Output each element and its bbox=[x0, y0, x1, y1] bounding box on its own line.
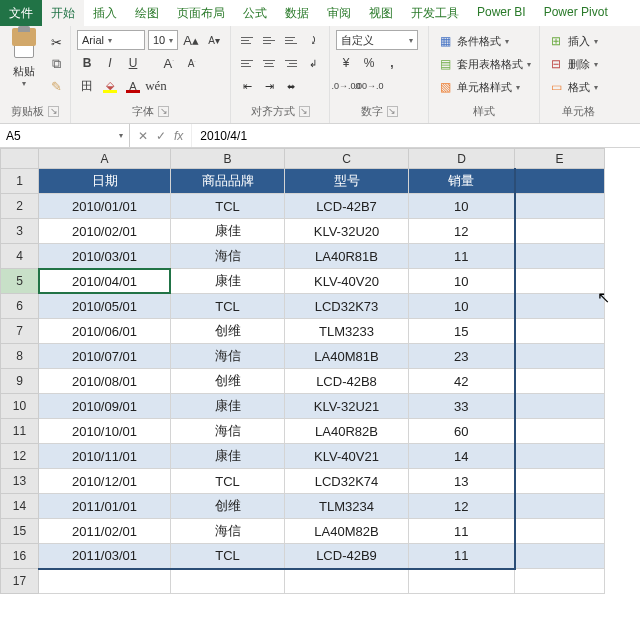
border-button[interactable]: 田 bbox=[77, 76, 97, 96]
row-header[interactable]: 9 bbox=[1, 369, 39, 394]
align-left-button[interactable] bbox=[237, 53, 257, 73]
cell[interactable]: 2010/07/01 bbox=[39, 344, 171, 369]
name-box-input[interactable] bbox=[6, 129, 119, 143]
cell[interactable]: 11 bbox=[409, 244, 515, 269]
bold-button[interactable]: B bbox=[77, 53, 97, 73]
cell[interactable]: 康佳 bbox=[171, 219, 285, 244]
cell[interactable]: 康佳 bbox=[171, 444, 285, 469]
cell[interactable]: 创维 bbox=[171, 369, 285, 394]
cell[interactable] bbox=[515, 544, 605, 569]
align-middle-button[interactable] bbox=[259, 30, 279, 50]
row-header[interactable]: 12 bbox=[1, 444, 39, 469]
comma-format-button[interactable]: , bbox=[382, 53, 402, 73]
format-painter-button[interactable]: ✎ bbox=[46, 76, 66, 96]
clipboard-dialog-launcher[interactable]: ↘ bbox=[48, 106, 59, 117]
cell[interactable]: LCD-42B7 bbox=[285, 194, 409, 219]
row-header[interactable]: 4 bbox=[1, 244, 39, 269]
tab-draw[interactable]: 绘图 bbox=[126, 0, 168, 26]
number-format-combo[interactable]: 自定义▾ bbox=[336, 30, 418, 50]
font-dialog-launcher[interactable]: ↘ bbox=[158, 106, 169, 117]
col-header-A[interactable]: A bbox=[39, 149, 171, 169]
cancel-edit-icon[interactable]: ✕ bbox=[138, 129, 148, 143]
font-size-combo[interactable]: 10▾ bbox=[148, 30, 178, 50]
row-header[interactable]: 2 bbox=[1, 194, 39, 219]
cell[interactable]: 2010/12/01 bbox=[39, 469, 171, 494]
col-header-C[interactable]: C bbox=[285, 149, 409, 169]
accounting-format-button[interactable]: ¥ bbox=[336, 53, 356, 73]
align-top-button[interactable] bbox=[237, 30, 257, 50]
fill-color-button[interactable]: ⬙ bbox=[100, 76, 120, 96]
cell[interactable]: LCD-42B8 bbox=[285, 369, 409, 394]
cell[interactable] bbox=[39, 569, 171, 594]
cell[interactable] bbox=[409, 569, 515, 594]
cell[interactable]: 2010/04/01 bbox=[39, 269, 171, 294]
tab-view[interactable]: 视图 bbox=[360, 0, 402, 26]
copy-button[interactable]: ⧉ bbox=[46, 54, 66, 74]
row-header[interactable]: 6 bbox=[1, 294, 39, 319]
cell[interactable] bbox=[285, 569, 409, 594]
cell[interactable] bbox=[515, 494, 605, 519]
tab-dev[interactable]: 开发工具 bbox=[402, 0, 468, 26]
cell[interactable]: TCL bbox=[171, 469, 285, 494]
cell[interactable]: 海信 bbox=[171, 419, 285, 444]
tab-review[interactable]: 审阅 bbox=[318, 0, 360, 26]
row-header[interactable]: 8 bbox=[1, 344, 39, 369]
fx-icon[interactable]: fx bbox=[174, 129, 183, 143]
cell[interactable]: 2010/11/01 bbox=[39, 444, 171, 469]
cell[interactable]: LCD-42B9 bbox=[285, 544, 409, 569]
cell[interactable] bbox=[515, 569, 605, 594]
cell[interactable]: 2011/02/01 bbox=[39, 519, 171, 544]
cell[interactable] bbox=[515, 169, 605, 194]
cell[interactable]: 创维 bbox=[171, 494, 285, 519]
cell[interactable]: 2010/08/01 bbox=[39, 369, 171, 394]
cell[interactable]: 13 bbox=[409, 469, 515, 494]
tab-file[interactable]: 文件 bbox=[0, 0, 42, 26]
col-header-E[interactable]: E bbox=[515, 149, 605, 169]
formula-input[interactable] bbox=[200, 129, 632, 143]
cell[interactable]: LCD32K74 bbox=[285, 469, 409, 494]
tab-home[interactable]: 开始 bbox=[42, 0, 84, 26]
cell[interactable] bbox=[515, 419, 605, 444]
cell[interactable]: 海信 bbox=[171, 519, 285, 544]
delete-cells-button[interactable]: ⊟删除▾ bbox=[546, 53, 610, 75]
cell[interactable]: 2010/10/01 bbox=[39, 419, 171, 444]
insert-cells-button[interactable]: ⊞插入▾ bbox=[546, 30, 610, 52]
row-header[interactable]: 7 bbox=[1, 319, 39, 344]
cell[interactable]: 15 bbox=[409, 319, 515, 344]
row-header[interactable]: 11 bbox=[1, 419, 39, 444]
cell[interactable] bbox=[515, 394, 605, 419]
cell[interactable]: KLV-40V20 bbox=[285, 269, 409, 294]
row-header[interactable]: 16 bbox=[1, 544, 39, 569]
cell[interactable]: LA40R81B bbox=[285, 244, 409, 269]
cell[interactable]: 商品品牌 bbox=[171, 169, 285, 194]
wrap-text-button[interactable]: ↲ bbox=[303, 53, 323, 73]
cell[interactable]: 康佳 bbox=[171, 269, 285, 294]
col-header-B[interactable]: B bbox=[171, 149, 285, 169]
col-header-D[interactable]: D bbox=[409, 149, 515, 169]
cell[interactable]: 2011/01/01 bbox=[39, 494, 171, 519]
cell[interactable]: LCD32K73 bbox=[285, 294, 409, 319]
row-header[interactable]: 17 bbox=[1, 569, 39, 594]
row-header[interactable]: 14 bbox=[1, 494, 39, 519]
cut-button[interactable]: ✂ bbox=[46, 32, 66, 52]
tab-data[interactable]: 数据 bbox=[276, 0, 318, 26]
cell[interactable]: KLV-40V21 bbox=[285, 444, 409, 469]
cell[interactable]: 14 bbox=[409, 444, 515, 469]
cell[interactable]: 海信 bbox=[171, 244, 285, 269]
cell[interactable] bbox=[515, 294, 605, 319]
cell[interactable]: 10 bbox=[409, 194, 515, 219]
cell[interactable]: 2010/05/01 bbox=[39, 294, 171, 319]
tab-powerpivot[interactable]: Power Pivot bbox=[535, 0, 617, 26]
cell[interactable]: 2010/09/01 bbox=[39, 394, 171, 419]
paste-button[interactable]: 粘贴 ▾ bbox=[4, 28, 44, 88]
cell[interactable] bbox=[515, 244, 605, 269]
cell[interactable]: 10 bbox=[409, 269, 515, 294]
decrease-decimal-button[interactable]: .00→.0 bbox=[359, 76, 379, 96]
row-header[interactable]: 13 bbox=[1, 469, 39, 494]
cell[interactable] bbox=[515, 319, 605, 344]
cell[interactable]: 23 bbox=[409, 344, 515, 369]
cell[interactable]: TLM3234 bbox=[285, 494, 409, 519]
cell[interactable]: 10 bbox=[409, 294, 515, 319]
shrink-font-button[interactable]: A▾ bbox=[204, 30, 224, 50]
cell[interactable] bbox=[171, 569, 285, 594]
